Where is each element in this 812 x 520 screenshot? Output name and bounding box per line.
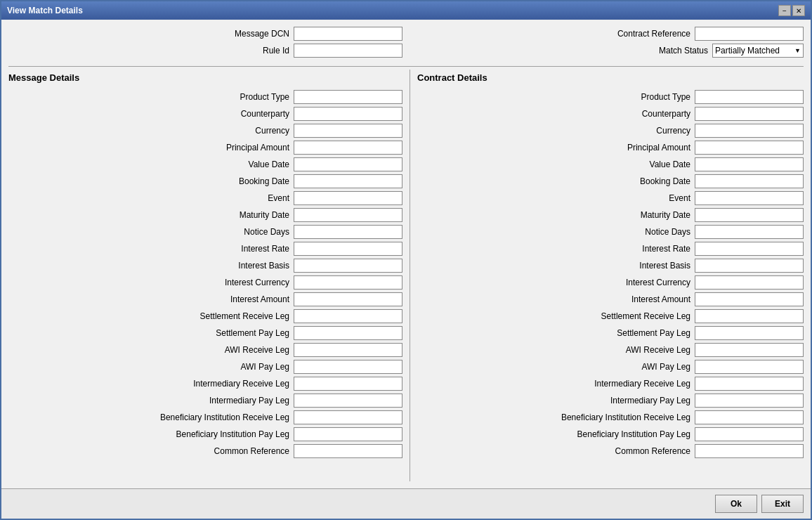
match-status-select[interactable]: Partially Matched ▼ [712, 44, 804, 58]
msg-field-input-16[interactable] [294, 360, 402, 374]
contract-field-input-20[interactable] [695, 427, 804, 441]
rule-id-input[interactable] [294, 44, 402, 58]
message-detail-row: Interest Currency [8, 274, 402, 291]
msg-field-input-17[interactable] [294, 377, 402, 391]
msg-field-input-5[interactable] [294, 174, 402, 188]
msg-field-input-11[interactable] [294, 275, 402, 290]
contract-field-label-5: Booking Date [640, 176, 690, 186]
contract-field-input-9[interactable] [695, 242, 804, 256]
msg-field-label-0: Product Type [240, 92, 290, 102]
contract-field-label-14: Settlement Pay Leg [617, 328, 690, 338]
content-area: Message DCN Contract Reference Rule Id M… [1, 20, 811, 488]
contract-detail-row: Maturity Date [417, 207, 804, 223]
contract-detail-row: Interest Basis [417, 257, 804, 274]
contract-detail-row: Beneficiary Institution Pay Leg [417, 426, 804, 443]
contract-field-input-1[interactable] [695, 107, 804, 121]
msg-field-input-6[interactable] [294, 191, 402, 205]
contract-detail-row: Interest Rate [417, 240, 804, 257]
message-detail-row: Counterparty [8, 105, 402, 122]
message-detail-row: Event [8, 190, 402, 207]
msg-field-input-14[interactable] [294, 326, 402, 340]
msg-field-input-9[interactable] [294, 242, 402, 256]
match-status-value: Partially Matched [715, 46, 780, 56]
msg-field-label-15: AWI Receive Leg [225, 345, 289, 355]
message-dcn-label: Message DCN [235, 29, 289, 39]
message-details-section: Message Details Product Type Counterpart… [8, 70, 402, 481]
main-window: View Match Details − ✕ Message DCN Contr… [0, 0, 812, 520]
msg-field-input-2[interactable] [294, 124, 402, 138]
contract-field-label-20: Beneficiary Institution Pay Leg [577, 429, 690, 439]
contract-details-section: Contract Details Product Type Counterpar… [410, 70, 804, 481]
contract-field-input-13[interactable] [695, 309, 804, 323]
msg-field-label-10: Interest Basis [238, 261, 289, 271]
contract-detail-row: Intermediary Receive Leg [417, 375, 804, 392]
contract-field-label-3: Principal Amount [627, 143, 690, 152]
contract-detail-row: Notice Days [417, 223, 804, 240]
msg-field-input-18[interactable] [294, 394, 402, 408]
contract-field-input-6[interactable] [695, 191, 804, 205]
close-button[interactable]: ✕ [792, 5, 805, 16]
title-bar: View Match Details − ✕ [1, 1, 811, 20]
message-details-header: Message Details [8, 70, 402, 86]
contract-field-input-7[interactable] [695, 208, 804, 222]
match-status-label: Match Status [659, 46, 708, 56]
msg-field-input-1[interactable] [294, 107, 402, 121]
contract-field-input-12[interactable] [695, 292, 804, 306]
message-dcn-input[interactable] [294, 27, 402, 41]
contract-reference-input[interactable] [695, 27, 804, 41]
footer: Ok Exit [1, 488, 811, 519]
msg-field-input-12[interactable] [294, 292, 402, 306]
contract-field-input-2[interactable] [695, 124, 804, 138]
message-detail-row: Settlement Pay Leg [8, 325, 402, 342]
contract-detail-row: Interest Amount [417, 291, 804, 308]
msg-field-label-2: Currency [255, 126, 289, 136]
msg-field-input-0[interactable] [294, 90, 402, 104]
contract-detail-row: Settlement Pay Leg [417, 325, 804, 342]
msg-field-input-10[interactable] [294, 259, 402, 273]
msg-field-label-4: Value Date [249, 160, 289, 169]
contract-field-label-18: Intermediary Pay Leg [610, 396, 690, 405]
exit-button[interactable]: Exit [761, 495, 804, 513]
msg-field-input-3[interactable] [294, 141, 402, 155]
msg-field-input-7[interactable] [294, 208, 402, 222]
contract-field-input-16[interactable] [695, 360, 804, 374]
contract-field-input-19[interactable] [695, 410, 804, 424]
msg-field-label-9: Interest Rate [241, 244, 289, 254]
match-status-row: Match Status Partially Matched ▼ [410, 44, 804, 58]
contract-field-input-4[interactable] [695, 157, 804, 171]
msg-field-label-12: Interest Amount [230, 294, 289, 304]
contract-field-input-5[interactable] [695, 174, 804, 188]
contract-field-input-3[interactable] [695, 141, 804, 155]
contract-detail-row: Intermediary Pay Leg [417, 392, 804, 409]
msg-field-input-8[interactable] [294, 225, 402, 239]
contract-field-input-0[interactable] [695, 90, 804, 104]
contract-field-input-14[interactable] [695, 326, 804, 340]
contract-detail-row: Value Date [417, 156, 804, 173]
message-detail-row: Product Type [8, 89, 402, 105]
contract-field-input-15[interactable] [695, 343, 804, 357]
msg-field-input-15[interactable] [294, 343, 402, 357]
contract-field-input-17[interactable] [695, 377, 804, 391]
msg-field-input-20[interactable] [294, 427, 402, 441]
contract-field-input-18[interactable] [695, 394, 804, 408]
contract-field-input-11[interactable] [695, 275, 804, 290]
window-title: View Match Details [7, 6, 83, 15]
msg-field-input-19[interactable] [294, 410, 402, 424]
rule-id-row: Rule Id [8, 44, 402, 58]
msg-field-input-21[interactable] [294, 444, 402, 458]
msg-field-label-3: Principal Amount [226, 143, 289, 152]
minimize-button[interactable]: − [778, 5, 791, 16]
msg-field-input-13[interactable] [294, 309, 402, 323]
message-detail-row: Common Reference [8, 443, 402, 460]
contract-field-input-21[interactable] [695, 444, 804, 458]
message-detail-row: AWI Receive Leg [8, 342, 402, 358]
message-detail-row: Booking Date [8, 173, 402, 190]
contract-field-input-8[interactable] [695, 225, 804, 239]
contract-details-header: Contract Details [417, 70, 804, 86]
contract-detail-row: Event [417, 190, 804, 207]
contract-field-label-4: Value Date [650, 160, 690, 169]
msg-field-label-11: Interest Currency [225, 278, 289, 287]
contract-field-input-10[interactable] [695, 259, 804, 273]
msg-field-input-4[interactable] [294, 157, 402, 171]
ok-button[interactable]: Ok [715, 495, 757, 513]
